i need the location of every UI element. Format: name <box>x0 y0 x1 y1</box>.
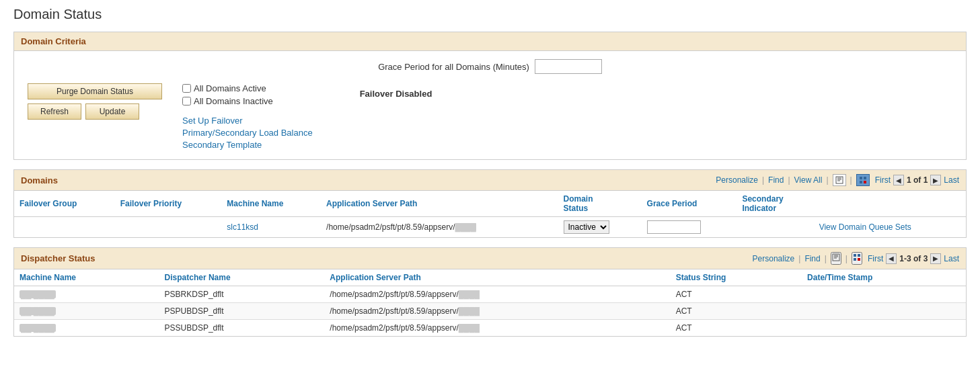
col-failover-priority: Failover Priority <box>115 191 222 217</box>
all-domains-active-label: All Domains Active <box>194 83 266 93</box>
setup-failover-link[interactable]: Set Up Failover <box>182 116 313 126</box>
domains-viewall-link[interactable]: View All <box>794 175 823 185</box>
svg-rect-5 <box>864 177 866 179</box>
disp-status-string-cell: ACT <box>671 286 802 303</box>
disp-machine-name-cell: ██ ████ <box>14 286 159 303</box>
machine-name-link[interactable]: slc11ksd <box>227 222 258 232</box>
dispatcher-table-header-row: Machine Name Dispatcher Name Application… <box>14 269 966 286</box>
dispatcher-last-link[interactable]: Last <box>944 254 959 263</box>
domains-table: Failover Group Failover Priority Machine… <box>14 191 966 237</box>
disp-machine-name-cell: ██ ████ <box>14 303 159 320</box>
all-domains-inactive-label: All Domains Inactive <box>194 96 273 106</box>
criteria-content: Purge Domain Status Refresh Update All D… <box>21 83 959 150</box>
disp-datetime-cell <box>802 303 966 320</box>
dispatcher-first-link[interactable]: First <box>868 254 883 263</box>
all-domains-active-checkbox[interactable] <box>182 84 191 93</box>
svg-rect-14 <box>854 258 856 261</box>
domains-section: Domains Personalize | Find | View All | … <box>13 169 967 238</box>
failover-status: Failover Disabled <box>360 83 432 99</box>
disp-app-server-path-cell: /home/psadm2/psft/pt/8.59/appserv/████ <box>324 303 670 320</box>
svg-rect-7 <box>864 181 866 183</box>
dispatcher-section-header: Dispatcher Status Personalize | Find | |… <box>14 248 966 269</box>
domains-first-link[interactable]: First <box>875 175 891 185</box>
middle-options: All Domains Active All Domains Inactive … <box>182 83 313 150</box>
grace-period-cell <box>642 217 737 238</box>
svg-rect-13 <box>858 254 860 257</box>
col-domain-status: DomainStatus <box>558 191 642 217</box>
app-server-path-cell: /home/psadm2/psft/pt/8.59/appserv/████ <box>321 217 558 238</box>
grace-period-label: Grace Period for all Domains (Minutes) <box>378 62 529 72</box>
svg-rect-4 <box>860 177 862 179</box>
domain-status-cell: ActiveInactive <box>558 217 642 238</box>
sep2: | <box>788 175 790 185</box>
view-domain-queue-sets-cell: View Domain Queue Sets <box>814 217 966 238</box>
dispatcher-table-row: ██ ████ PSSUBDSP_dflt /home/psadm2/psft/… <box>14 320 966 337</box>
primary-secondary-link[interactable]: Primary/Secondary Load Balance <box>182 128 313 138</box>
col-secondary-indicator: SecondaryIndicator <box>737 191 813 217</box>
domain-status-select[interactable]: ActiveInactive <box>564 220 609 234</box>
domains-section-title: Domains <box>21 175 58 185</box>
failover-priority-cell <box>115 217 222 238</box>
grace-period-input[interactable] <box>535 59 602 74</box>
col-grace-period: Grace Period <box>642 191 737 217</box>
col-failover-group: Failover Group <box>14 191 115 217</box>
dispatcher-next-arrow[interactable]: ▶ <box>930 253 941 264</box>
domains-prev-arrow[interactable]: ◀ <box>893 175 904 185</box>
sep1: | <box>762 175 764 185</box>
col-app-server-path: Application Server Path <box>321 191 558 217</box>
dispatcher-grid-icon[interactable] <box>852 252 862 265</box>
dispatcher-table-row: ██ ████ PSPUBDSP_dflt /home/psadm2/psft/… <box>14 303 966 320</box>
sep4: | <box>850 175 852 185</box>
disp-status-string-cell: ACT <box>671 320 802 337</box>
disp-machine-name-cell: ██ ████ <box>14 320 159 337</box>
domains-section-header: Domains Personalize | Find | View All | … <box>14 170 966 191</box>
domains-export-icon[interactable] <box>833 174 846 186</box>
purge-domain-status-button[interactable]: Purge Domain Status <box>28 83 162 99</box>
domains-page-info: 1 of 1 <box>907 175 928 185</box>
dispatcher-personalize-link[interactable]: Personalize <box>753 254 795 263</box>
disp-datetime-cell <box>802 286 966 303</box>
dispatcher-table: Machine Name Dispatcher Name Application… <box>14 269 966 336</box>
dispatcher-find-link[interactable]: Find <box>804 254 820 263</box>
failover-group-cell <box>14 217 115 238</box>
disp-app-server-path-cell: /home/psadm2/psft/pt/8.59/appserv/████ <box>324 286 670 303</box>
view-domain-queue-sets-link[interactable]: View Domain Queue Sets <box>819 222 911 232</box>
col-machine-name: Machine Name <box>221 191 321 217</box>
domains-toolbar: Personalize | Find | View All | | <box>716 174 869 186</box>
domains-find-link[interactable]: Find <box>768 175 784 185</box>
all-domains-active-row: All Domains Active <box>182 83 313 93</box>
secondary-template-link[interactable]: Secondary Template <box>182 140 313 150</box>
domains-nav-controls: First ◀ 1 of 1 ▶ Last <box>875 175 959 185</box>
domain-criteria-body: Grace Period for all Domains (Minutes) P… <box>14 51 966 159</box>
update-button[interactable]: Update <box>85 103 139 120</box>
dispatcher-section-title: Dispatcher Status <box>21 253 96 263</box>
dispatcher-prev-arrow[interactable]: ◀ <box>886 253 897 264</box>
grace-period-row: Grace Period for all Domains (Minutes) <box>21 59 959 74</box>
domains-grid-icon[interactable] <box>856 174 870 186</box>
dispatcher-export-icon[interactable] <box>831 252 841 265</box>
disp-dispatcher-name-cell: PSPUBDSP_dflt <box>159 303 325 320</box>
refresh-button[interactable]: Refresh <box>28 103 81 120</box>
disp-status-string-cell: ACT <box>671 303 802 320</box>
links-area: Set Up Failover Primary/Secondary Load B… <box>182 116 313 150</box>
domain-criteria-header: Domain Criteria <box>14 32 966 51</box>
all-domains-inactive-checkbox[interactable] <box>182 97 191 105</box>
svg-rect-12 <box>854 254 856 257</box>
disp-col-machine-name: Machine Name <box>14 269 159 286</box>
disp-col-datetime-stamp: Date/Time Stamp <box>802 269 966 286</box>
sep5: | <box>798 254 800 263</box>
page-title: Domain Status <box>13 7 967 22</box>
col-action <box>814 191 966 217</box>
disp-dispatcher-name-cell: PSBRKDSP_dflt <box>159 286 325 303</box>
refresh-update-row: Refresh Update <box>28 103 162 120</box>
all-domains-inactive-row: All Domains Inactive <box>182 96 313 106</box>
domains-table-header-row: Failover Group Failover Priority Machine… <box>14 191 966 217</box>
disp-col-dispatcher-name: Dispatcher Name <box>159 269 325 286</box>
machine-name-cell: slc11ksd <box>221 217 321 238</box>
dispatcher-table-row: ██ ████ PSBRKDSP_dflt /home/psadm2/psft/… <box>14 286 966 303</box>
domains-personalize-link[interactable]: Personalize <box>716 175 758 185</box>
disp-app-server-path-cell: /home/psadm2/psft/pt/8.59/appserv/████ <box>324 320 670 337</box>
grace-period-row-input[interactable] <box>647 220 701 234</box>
domains-next-arrow[interactable]: ▶ <box>930 175 941 185</box>
domains-last-link[interactable]: Last <box>944 175 959 185</box>
